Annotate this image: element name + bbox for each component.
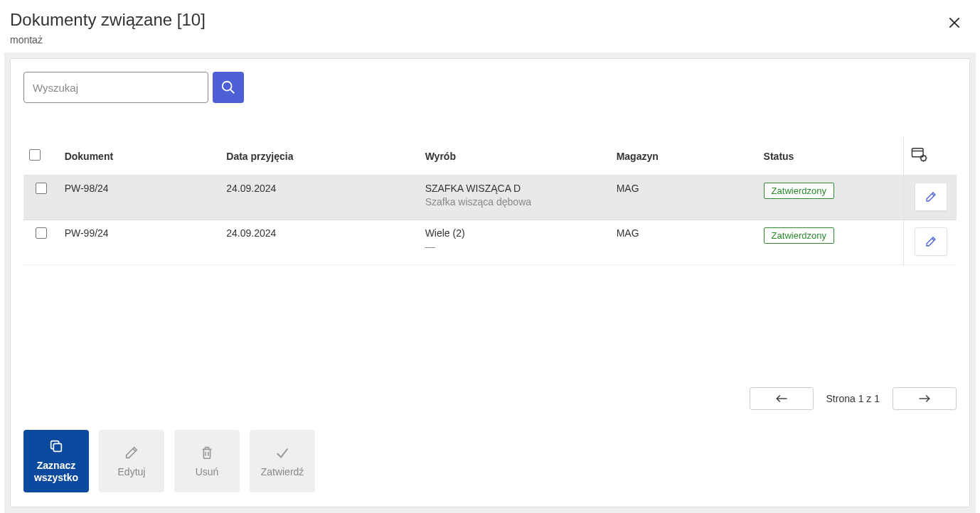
search-icon xyxy=(220,80,236,95)
table-settings-icon xyxy=(911,147,928,163)
check-icon xyxy=(275,445,290,460)
close-button[interactable] xyxy=(942,10,967,38)
svg-line-3 xyxy=(230,90,235,94)
select-all-button[interactable]: Zaznacz wszystko xyxy=(23,430,89,492)
row-checkbox[interactable] xyxy=(36,227,47,239)
cell-product: SZAFKA WISZĄCA D Szafka wisząca dębowa xyxy=(420,176,611,220)
column-header-document[interactable]: Dokument xyxy=(59,137,221,176)
column-header-date[interactable]: Data przyjęcia xyxy=(220,137,419,176)
cell-document: PW-98/24 xyxy=(59,176,221,220)
page-title: Dokumenty związane [10] xyxy=(10,10,206,30)
status-badge: Zatwierdzony xyxy=(764,227,834,244)
page-label: Strona 1 z 1 xyxy=(826,393,880,404)
column-header-product[interactable]: Wyrób xyxy=(420,137,611,176)
edit-row-button[interactable] xyxy=(915,227,947,256)
arrow-left-icon xyxy=(775,394,788,404)
prev-page-button[interactable] xyxy=(750,387,814,410)
page-subtitle: montaż xyxy=(10,34,206,45)
cell-date: 24.09.2024 xyxy=(220,220,419,265)
table-settings-button[interactable] xyxy=(905,137,957,176)
copy-icon xyxy=(48,438,64,454)
pencil-icon xyxy=(124,445,139,460)
row-checkbox[interactable] xyxy=(36,183,47,194)
edit-label: Edytuj xyxy=(118,466,146,478)
pencil-icon xyxy=(925,235,937,248)
status-badge: Zatwierdzony xyxy=(764,183,834,199)
select-all-label: Zaznacz wszystko xyxy=(34,460,78,484)
approve-label: Zatwierdź xyxy=(261,466,304,478)
cell-status: Zatwierdzony xyxy=(758,220,905,265)
svg-rect-11 xyxy=(53,444,61,452)
close-icon xyxy=(947,16,962,30)
trash-icon xyxy=(199,445,215,460)
edit-button[interactable]: Edytuj xyxy=(99,430,164,492)
cell-document: PW-99/24 xyxy=(59,220,221,265)
approve-button[interactable]: Zatwierdź xyxy=(250,430,315,492)
cell-product: Wiele (2) — xyxy=(420,220,611,265)
search-input[interactable] xyxy=(23,72,208,103)
column-header-warehouse[interactable]: Magazyn xyxy=(611,137,758,176)
arrow-right-icon xyxy=(918,394,931,404)
delete-button[interactable]: Usuń xyxy=(174,430,240,492)
table-row[interactable]: PW-99/24 24.09.2024 Wiele (2) — MAG Zatw… xyxy=(23,220,957,265)
cell-warehouse: MAG xyxy=(611,176,758,220)
cell-warehouse: MAG xyxy=(611,220,758,265)
svg-point-2 xyxy=(223,82,232,91)
cell-status: Zatwierdzony xyxy=(758,176,905,220)
pencil-icon xyxy=(925,190,937,203)
select-all-checkbox[interactable] xyxy=(29,149,41,161)
table-row[interactable]: PW-98/24 24.09.2024 SZAFKA WISZĄCA D Sza… xyxy=(23,176,957,220)
cell-date: 24.09.2024 xyxy=(220,176,419,220)
search-button[interactable] xyxy=(213,72,244,103)
column-header-status[interactable]: Status xyxy=(758,137,905,176)
next-page-button[interactable] xyxy=(893,387,957,410)
edit-row-button[interactable] xyxy=(915,183,947,211)
delete-label: Usuń xyxy=(196,466,219,478)
